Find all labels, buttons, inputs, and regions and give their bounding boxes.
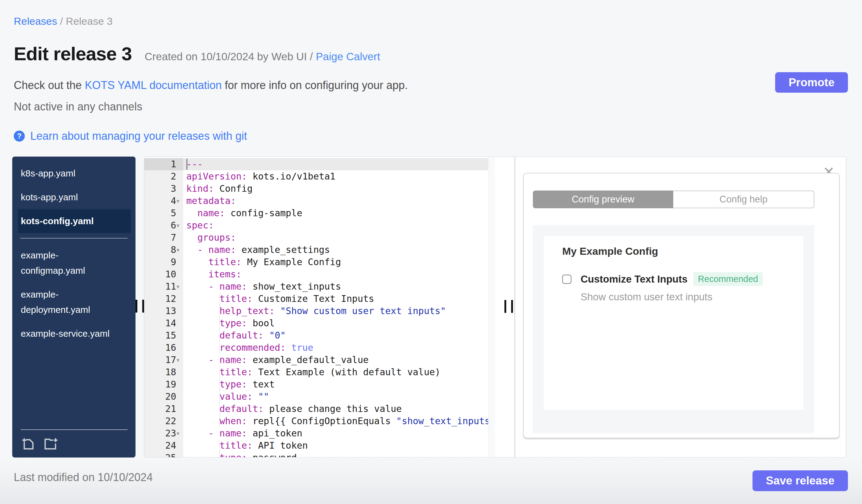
- code-text[interactable]: apiVersion: kots.io/v1beta1: [183, 170, 495, 183]
- save-release-button[interactable]: Save release: [753, 470, 848, 491]
- preview-tabs: Config preview Config help: [533, 190, 814, 208]
- code-text[interactable]: title: Text Example (with default value): [183, 366, 495, 378]
- code-text[interactable]: - name: example_settings: [183, 244, 495, 256]
- indent-guide: [219, 317, 220, 329]
- sidebar-resize-handle[interactable]: [135, 300, 144, 313]
- fold-arrow-icon[interactable]: ▾: [177, 219, 183, 231]
- editor-line-25[interactable]: 25 type: password: [144, 452, 495, 457]
- indent-guide: [219, 439, 220, 452]
- editor-line-10[interactable]: 10 items:: [144, 268, 495, 280]
- gutter-line-number: 23▾: [144, 427, 183, 439]
- editor-line-1[interactable]: 1---: [144, 158, 495, 170]
- code-text[interactable]: help_text: "Show custom user text inputs…: [183, 305, 495, 317]
- editor-line-9[interactable]: 9 title: My Example Config: [144, 256, 495, 268]
- code-text[interactable]: kind: Config: [183, 183, 495, 195]
- gutter-line-number: 15: [144, 329, 183, 342]
- file-item-example-configmap-yaml[interactable]: example-configmap.yaml: [18, 243, 131, 282]
- editor-line-8[interactable]: 8▾ - name: example_settings: [144, 244, 495, 256]
- code-text[interactable]: type: bool: [183, 317, 495, 329]
- tab-config-preview[interactable]: Config preview: [533, 190, 673, 208]
- gutter-line-number: 5: [144, 207, 183, 219]
- code-text[interactable]: - name: example_default_value: [183, 354, 495, 366]
- editor-line-14[interactable]: 14 type: bool: [144, 317, 495, 329]
- editor-line-23[interactable]: 23▾ - name: api_token: [144, 427, 495, 439]
- fold-arrow-icon[interactable]: ▾: [177, 195, 183, 207]
- fold-arrow-icon[interactable]: ▾: [177, 244, 183, 256]
- breadcrumb: Releases / Release 3: [14, 15, 113, 27]
- editor-line-18[interactable]: 18 title: Text Example (with default val…: [144, 366, 495, 378]
- editor-line-16[interactable]: 16 recommended: true: [144, 342, 495, 354]
- editor-line-17[interactable]: 17▾ - name: example_default_value: [144, 354, 495, 366]
- editor-line-19[interactable]: 19 type: text: [144, 378, 495, 390]
- code-text[interactable]: items:: [183, 268, 495, 280]
- editor-line-21[interactable]: 21 default: please change this value: [144, 403, 495, 415]
- file-item-example-service-yaml[interactable]: example-service.yaml: [18, 322, 131, 346]
- code-text[interactable]: value: "": [183, 390, 495, 403]
- add-folder-icon[interactable]: [43, 437, 59, 451]
- code-text[interactable]: metadata:: [183, 195, 495, 207]
- add-file-icon[interactable]: [21, 437, 36, 451]
- doc-line: Check out the KOTS YAML documentation fo…: [14, 79, 408, 92]
- editor-line-2[interactable]: 2apiVersion: kots.io/v1beta1: [144, 170, 495, 183]
- breadcrumb-releases-link[interactable]: Releases: [14, 15, 57, 27]
- yaml-editor[interactable]: 1---2apiVersion: kots.io/v1beta13kind: C…: [144, 157, 495, 457]
- editor-line-22[interactable]: 22 when: repl{{ ConfigOptionEquals "show…: [144, 415, 495, 427]
- tab-config-help[interactable]: Config help: [673, 190, 814, 208]
- editor-line-4[interactable]: 4▾metadata:: [144, 195, 495, 207]
- gutter-line-number: 9: [144, 256, 183, 268]
- sidebar-actions-divider: [21, 429, 128, 430]
- code-text[interactable]: title: My Example Config: [183, 256, 495, 268]
- customize-text-inputs-checkbox[interactable]: [562, 275, 571, 284]
- kots-yaml-doc-link[interactable]: KOTS YAML documentation: [85, 79, 222, 91]
- code-text[interactable]: title: Customize Text Inputs: [183, 293, 495, 305]
- editor-scrollbar[interactable]: [488, 157, 495, 457]
- release-workspace: k8s-app.yamlkots-app.yamlkots-config.yam…: [12, 157, 846, 457]
- promote-button[interactable]: Promote: [775, 72, 848, 93]
- fold-arrow-icon[interactable]: ▾: [177, 280, 183, 293]
- editor-line-3[interactable]: 3kind: Config: [144, 183, 495, 195]
- channel-status: Not active in any channels: [14, 100, 142, 113]
- code-text[interactable]: when: repl{{ ConfigOptionEquals "show_te…: [183, 415, 495, 427]
- code-text[interactable]: name: config-sample: [183, 207, 495, 219]
- breadcrumb-separator: /: [57, 15, 66, 27]
- file-item-kots-config-yaml[interactable]: kots-config.yaml: [18, 209, 131, 233]
- gutter-line-number: 4▾: [144, 195, 183, 207]
- code-text[interactable]: default: "0": [183, 329, 495, 342]
- config-item-row: Customize Text Inputs Recommended: [562, 272, 763, 286]
- code-text[interactable]: - name: show_text_inputs: [183, 280, 495, 293]
- code-text[interactable]: - name: api_token: [183, 427, 495, 439]
- indent-guide: [219, 366, 220, 378]
- fold-arrow-icon[interactable]: ▾: [177, 427, 183, 439]
- editor-line-12[interactable]: 12 title: Customize Text Inputs: [144, 293, 495, 305]
- editor-line-6[interactable]: 6▾spec:: [144, 219, 495, 231]
- indent-guide: [219, 293, 220, 305]
- file-item-kots-app-yaml[interactable]: kots-app.yaml: [18, 185, 131, 209]
- editor-line-24[interactable]: 24 title: API token: [144, 439, 495, 452]
- code-text[interactable]: recommended: true: [183, 342, 495, 354]
- preview-resize-handle[interactable]: [505, 300, 513, 313]
- code-text[interactable]: default: please change this value: [183, 403, 495, 415]
- code-text[interactable]: type: password: [183, 452, 495, 457]
- preview-inner-card: Config preview Config help My Example Co…: [523, 173, 840, 438]
- code-text[interactable]: ---: [183, 158, 495, 170]
- last-modified-text: Last modified on 10/10/2024: [14, 471, 153, 484]
- code-text[interactable]: spec:: [183, 219, 495, 231]
- code-text[interactable]: type: text: [183, 378, 495, 390]
- code-text[interactable]: title: API token: [183, 439, 495, 452]
- file-item-k8s-app-yaml[interactable]: k8s-app.yaml: [18, 161, 131, 185]
- file-sidebar: k8s-app.yamlkots-app.yamlkots-config.yam…: [12, 157, 135, 457]
- editor-line-11[interactable]: 11▾ - name: show_text_inputs: [144, 280, 495, 293]
- code-text[interactable]: groups:: [183, 231, 495, 244]
- gutter-line-number: 2: [144, 170, 183, 183]
- author-link[interactable]: Paige Calvert: [316, 51, 380, 62]
- gutter-line-number: 14: [144, 317, 183, 329]
- editor-line-15[interactable]: 15 default: "0": [144, 329, 495, 342]
- fold-arrow-icon[interactable]: ▾: [177, 354, 183, 366]
- editor-line-13[interactable]: 13 help_text: "Show custom user text inp…: [144, 305, 495, 317]
- gutter-line-number: 21: [144, 403, 183, 415]
- editor-line-7[interactable]: 7 groups:: [144, 231, 495, 244]
- editor-line-20[interactable]: 20 value: "": [144, 390, 495, 403]
- file-item-example-deployment-yaml[interactable]: example-deployment.yaml: [18, 282, 131, 322]
- git-releases-link[interactable]: Learn about managing your releases with …: [30, 130, 247, 143]
- editor-line-5[interactable]: 5 name: config-sample: [144, 207, 495, 219]
